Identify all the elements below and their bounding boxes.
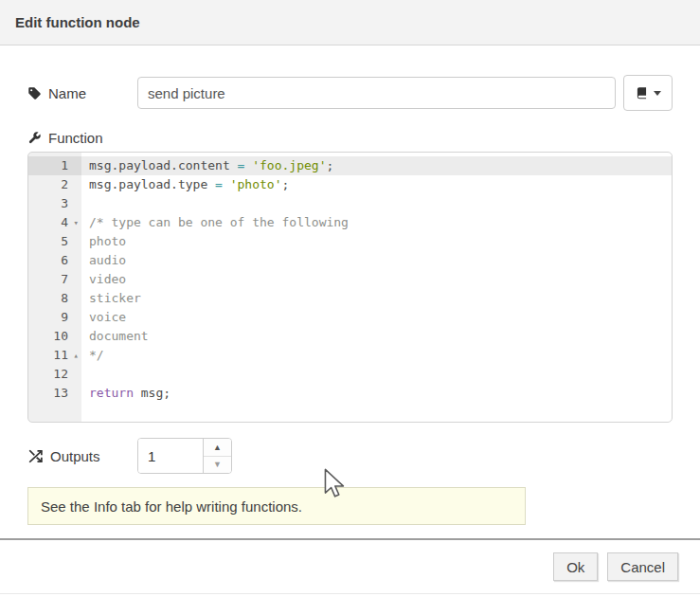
code-line[interactable]: 5photo [28,232,672,251]
dialog-footer: Ok Cancel [544,552,678,581]
code-line[interactable]: 7video [28,270,672,289]
fold-close-icon[interactable]: ▴ [74,346,79,365]
line-number: 11▴ [28,346,81,365]
code-line[interactable]: 13return msg; [28,384,672,403]
code-text[interactable]: voice [81,308,672,327]
edit-function-node-dialog: Edit function node Name Function [0,0,700,597]
code-text[interactable]: msg.payload.type = 'photo'; [81,175,672,194]
tag-icon [27,86,42,100]
info-tip-box: See the Info tab for help writing functi… [27,487,526,525]
spinner-down-button[interactable]: ▼ [204,457,231,474]
code-line[interactable]: 1msg.payload.content = 'foo.jpeg'; [28,156,672,175]
library-button[interactable] [623,75,673,111]
line-number: 13 [28,384,81,403]
code-text[interactable]: */ [81,346,672,365]
line-number: 1 [28,156,81,175]
code-line[interactable]: 10document [28,327,672,346]
line-number: 9 [28,308,81,327]
outputs-label-text: Outputs [50,448,100,464]
dialog-title: Edit function node [0,0,700,45]
code-line[interactable]: 8sticker [28,289,672,308]
ok-button[interactable]: Ok [553,552,598,581]
code-lines: 1msg.payload.content = 'foo.jpeg';2msg.p… [28,156,672,403]
line-number: 2 [28,175,81,194]
code-text[interactable] [81,194,672,213]
outputs-input[interactable] [138,439,203,473]
line-number: 5 [28,232,81,251]
shuffle-icon [27,448,44,464]
line-number: 6 [28,251,81,270]
name-label-text: Name [48,85,86,101]
footer-divider [0,538,700,540]
function-label: Function [27,130,673,146]
wrench-icon [27,131,42,145]
outputs-row: Outputs ▲ ▼ [27,438,673,474]
code-text[interactable]: document [81,327,672,346]
code-text[interactable] [81,365,672,384]
outputs-label: Outputs [27,448,137,464]
function-code-editor[interactable]: 1msg.payload.content = 'foo.jpeg';2msg.p… [27,152,673,423]
function-label-text: Function [48,130,103,146]
fold-open-icon[interactable]: ▾ [74,213,79,232]
spinner-up-button[interactable]: ▲ [204,439,231,457]
line-number: 10 [28,327,81,346]
dialog-body: Name Function 1msg.payload.content = 'fo… [0,75,700,525]
name-input[interactable] [137,77,616,109]
code-line[interactable]: 12 [28,365,672,384]
outputs-spinner: ▲ ▼ [137,438,232,474]
book-icon [636,86,649,100]
code-text[interactable]: audio [81,251,672,270]
cancel-button[interactable]: Cancel [607,552,678,581]
chevron-down-icon [654,91,661,96]
code-text[interactable]: video [81,270,672,289]
code-line[interactable]: 3 [28,194,672,213]
line-number: 3 [28,194,81,213]
name-label: Name [27,85,137,101]
info-tip-text: See the Info tab for help writing functi… [41,498,302,515]
line-number: 12 [28,365,81,384]
code-text[interactable]: msg.payload.content = 'foo.jpeg'; [81,156,672,175]
code-line[interactable]: 4▾/* type can be one of the following [28,213,672,232]
code-line[interactable]: 9voice [28,308,672,327]
line-number: 8 [28,289,81,308]
code-line[interactable]: 2msg.payload.type = 'photo'; [28,175,672,194]
code-line[interactable]: 11▴*/ [28,346,672,365]
line-number: 7 [28,270,81,289]
code-text[interactable]: sticker [81,289,672,308]
spinner-buttons: ▲ ▼ [203,439,231,473]
code-text[interactable]: photo [81,232,672,251]
line-number: 4▾ [28,213,81,232]
bottom-divider [0,593,700,594]
code-line[interactable]: 6audio [28,251,672,270]
name-row: Name [27,75,673,111]
code-text[interactable]: /* type can be one of the following [81,213,672,232]
code-text[interactable]: return msg; [81,384,672,403]
